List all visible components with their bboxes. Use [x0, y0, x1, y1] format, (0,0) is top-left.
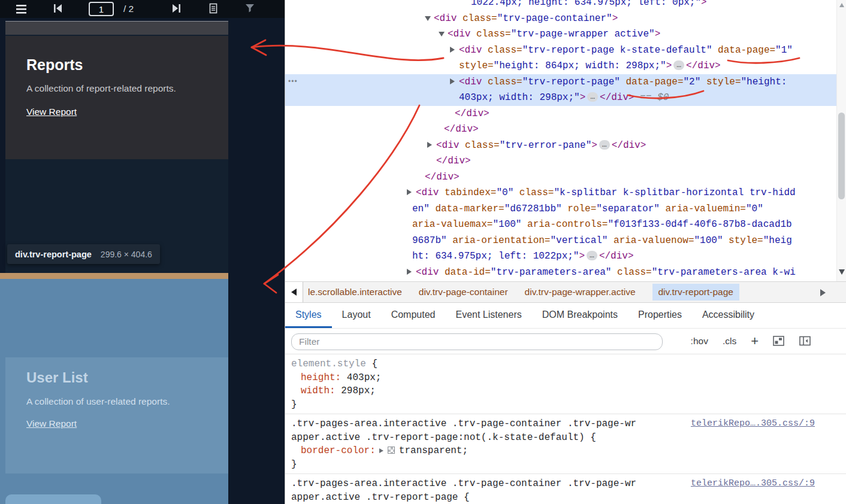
collapsed-content-icon[interactable]: …	[587, 251, 597, 260]
reports-view-report-link[interactable]: View Report	[26, 107, 77, 117]
css-rule-header[interactable]: telerikRepo….305.css/:9.trv-pages-area.i…	[285, 417, 846, 444]
dom-tree-line[interactable]: <div class="trv-report-page k-state-defa…	[285, 42, 836, 59]
transparent-color-swatch[interactable]	[388, 447, 395, 454]
expand-arrow-icon[interactable]	[450, 47, 455, 53]
css-property-value[interactable]: transparent;	[399, 445, 468, 456]
tab-accessibility[interactable]: Accessibility	[692, 303, 765, 328]
page-number-input[interactable]	[89, 2, 114, 16]
dom-tree-line[interactable]: </div>	[285, 153, 836, 169]
styles-filter-row: :hov .cls +	[285, 329, 846, 354]
dom-tree-line[interactable]: <div class="trv-error-pane">…</div>	[285, 138, 836, 154]
expand-arrow-icon[interactable]	[450, 78, 455, 84]
breadcrumb-scroll-right-icon[interactable]	[820, 289, 826, 296]
left-arrow-icon	[291, 289, 297, 296]
dom-tree-line[interactable]: <div data-id="trv-parameters-area" class…	[285, 265, 836, 281]
css-property-name[interactable]: width:	[301, 385, 336, 396]
dom-tree-line[interactable]: •••<div class="trv-report-page" data-pag…	[285, 74, 836, 90]
expand-arrow-icon[interactable]	[407, 189, 412, 195]
dom-tree-line[interactable]: </div>	[285, 122, 836, 138]
css-rule-section: telerikRepo….305.css/:9.trv-pages-area.i…	[285, 473, 846, 504]
dom-tree-line[interactable]: 1022.4px; height: 634.975px; left: 0px;"…	[285, 0, 836, 11]
css-property-name[interactable]: height:	[301, 372, 341, 383]
css-rule-header[interactable]: telerikRepo….305.css/:9.trv-pages-area.i…	[285, 477, 846, 504]
tab-styles[interactable]: Styles	[285, 303, 332, 328]
dom-tree-line[interactable]: <div class="trv-page-wrapper active">	[285, 26, 836, 42]
dom-tree-line[interactable]: </div>	[285, 106, 836, 122]
collapse-arrow-icon[interactable]	[425, 16, 431, 21]
css-property-value[interactable]: 403px;	[347, 372, 382, 383]
devtools-panel: 1022.4px; height: 634.975px; left: 0px;"…	[285, 0, 846, 504]
stylesheet-link[interactable]: telerikRepo….305.css/:9	[691, 477, 815, 491]
collapsed-content-icon[interactable]: …	[587, 92, 598, 102]
dom-tree-line[interactable]: <div tabindex="0" class="k-splitbar k-sp…	[285, 185, 836, 201]
tab-computed[interactable]: Computed	[381, 303, 446, 328]
first-page-icon[interactable]	[53, 3, 64, 14]
tab-properties[interactable]: Properties	[628, 303, 692, 328]
dom-tree-line[interactable]: 403px; width: 298px;">…</div> == $0	[285, 90, 836, 106]
collapsed-content-icon[interactable]: …	[673, 60, 684, 70]
inspect-tooltip-dimensions: 299.6 × 404.6	[101, 250, 152, 259]
expand-arrow-icon[interactable]	[379, 448, 383, 453]
dom-tree-line[interactable]: aria-valuemax="100" aria-controls="f013f…	[285, 217, 836, 233]
element-style-section: element.style {height: 403px;width: 298p…	[285, 354, 846, 414]
breadcrumb-item[interactable]: le.scrollable.interactive	[308, 287, 402, 297]
reports-card: Reports A collection of report-related r…	[5, 36, 228, 159]
expand-arrow-icon[interactable]	[427, 142, 432, 148]
css-property-name[interactable]: border-color:	[301, 445, 376, 456]
collapsed-content-icon[interactable]: …	[599, 140, 610, 150]
dom-tree-line[interactable]: </div>	[285, 169, 836, 186]
css-property-row[interactable]: width: 298px;	[285, 384, 846, 398]
breadcrumb-item[interactable]: div.trv-page-wrapper.active	[525, 287, 636, 297]
user-list-card: User List A collection of user-related r…	[5, 357, 228, 473]
user-list-card-description: A collection of user-related reports.	[26, 396, 207, 407]
dom-tree-line[interactable]: <div class="trv-page-container">	[285, 11, 836, 27]
reports-card-title: Reports	[26, 56, 207, 74]
scroll-up-icon[interactable]	[839, 3, 844, 7]
dom-tree-line[interactable]: 9687b" aria-orientation="vertical" aria-…	[285, 233, 836, 249]
menu-icon[interactable]	[16, 3, 28, 15]
document-icon[interactable]	[208, 3, 219, 14]
css-property-row[interactable]: border-color:transparent;	[285, 444, 846, 458]
scrollbar-thumb[interactable]	[838, 113, 845, 199]
tab-dom-breakpoints[interactable]: DOM Breakpoints	[532, 303, 628, 328]
report-page-2-highlighted[interactable]: User List A collection of user-related r…	[0, 279, 228, 504]
sidebar-panel-toggle-icon[interactable]	[799, 336, 811, 347]
report-page-1[interactable]: Reports A collection of report-related r…	[5, 21, 228, 273]
breadcrumb-bar: le.scrollable.interactivediv.trv-page-co…	[285, 281, 846, 303]
grid-icon[interactable]	[773, 336, 785, 347]
element-style-header[interactable]: element.style {	[285, 357, 846, 371]
styles-filter-input[interactable]	[291, 333, 663, 350]
elements-tree: 1022.4px; height: 634.975px; left: 0px;"…	[285, 0, 836, 280]
breadcrumb: le.scrollable.interactivediv.trv-page-co…	[308, 284, 846, 300]
last-page-icon[interactable]	[171, 3, 182, 14]
css-property-row[interactable]: height: 403px;	[285, 371, 846, 385]
css-selector[interactable]: .trv-pages-area.interactive .trv-page-co…	[291, 477, 639, 504]
filter-funnel-icon[interactable]	[244, 3, 255, 14]
closing-brace: }	[285, 398, 846, 412]
elements-scrollbar[interactable]	[836, 0, 846, 281]
new-style-rule-button[interactable]: +	[751, 335, 759, 348]
dom-tree-line[interactable]: en" data-marker="d67281bb" role="separat…	[285, 201, 836, 217]
dom-tree-line[interactable]: style="height: 864px; width: 298px;">…</…	[285, 58, 836, 74]
expand-arrow-icon[interactable]	[407, 269, 412, 275]
scroll-down-icon[interactable]	[839, 269, 845, 275]
tab-event-listeners[interactable]: Event Listeners	[445, 303, 531, 328]
line-options-icon[interactable]: •••	[288, 74, 298, 90]
tab-layout[interactable]: Layout	[332, 303, 381, 328]
breadcrumb-item[interactable]: div.trv-page-container	[419, 287, 508, 297]
styles-toolbar: :hov .cls +	[691, 329, 811, 354]
css-selector[interactable]: .trv-pages-area.interactive .trv-page-co…	[291, 417, 639, 444]
dom-tree-line[interactable]: ht: 634.975px; left: 1022px;">…</div>	[285, 248, 836, 265]
element-style-label: element.style	[291, 359, 366, 369]
css-property-value[interactable]: 298px;	[341, 385, 376, 396]
breadcrumb-scroll-left-button[interactable]	[285, 282, 303, 302]
closing-brace: }	[285, 458, 846, 472]
page1-top-card-edge	[5, 21, 228, 35]
stylesheet-link[interactable]: telerikRepo….305.css/:9	[691, 417, 815, 431]
inspect-tooltip-selector: div.trv-report-page	[15, 250, 92, 259]
user-list-view-report-link[interactable]: View Report	[26, 418, 77, 429]
breadcrumb-item[interactable]: div.trv-report-page	[652, 284, 739, 300]
toggle-hover-state-button[interactable]: :hov	[691, 336, 708, 347]
toggle-class-button[interactable]: .cls	[723, 336, 736, 347]
collapse-arrow-icon[interactable]	[439, 32, 445, 37]
